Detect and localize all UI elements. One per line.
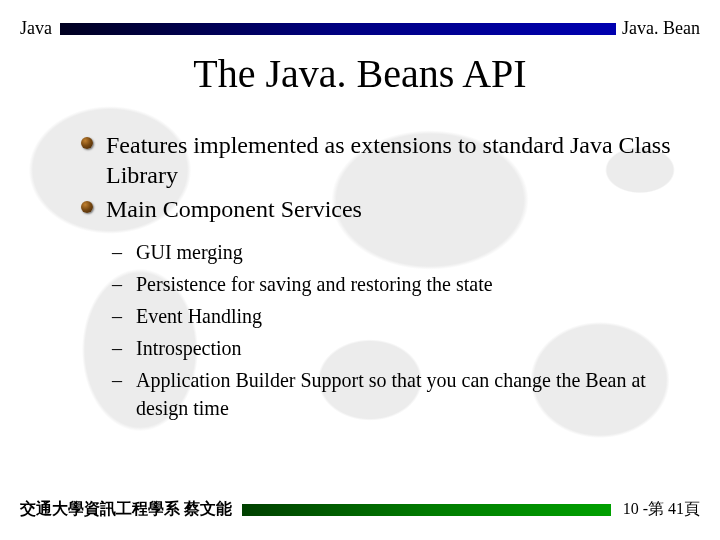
sub-list-item: – Persistence for saving and restoring t… xyxy=(112,270,680,298)
list-item-text: Features implemented as extensions to st… xyxy=(106,132,671,188)
slide-title: The Java. Beans API xyxy=(0,50,720,97)
footer-left-label: 交通大學資訊工程學系 蔡文能 xyxy=(20,499,242,520)
list-item: Main Component Services xyxy=(80,194,680,224)
bullet-icon xyxy=(80,200,94,214)
bullet-icon xyxy=(80,136,94,150)
dash-icon: – xyxy=(112,238,122,266)
dash-icon: – xyxy=(112,366,122,394)
dash-icon: – xyxy=(112,302,122,330)
footer-bar xyxy=(242,504,611,516)
content-area: Features implemented as extensions to st… xyxy=(80,130,680,426)
sub-list-item: – Event Handling xyxy=(112,302,680,330)
footer-page-number: 10 -第 41頁 xyxy=(611,499,700,520)
list-item-text: Main Component Services xyxy=(106,196,362,222)
sub-list-item: – GUI merging xyxy=(112,238,680,266)
header-bar xyxy=(60,23,616,35)
sub-list-item-text: Event Handling xyxy=(136,305,262,327)
list-item: Features implemented as extensions to st… xyxy=(80,130,680,190)
sub-list-item: – Application Builder Support so that yo… xyxy=(112,366,680,422)
sub-list-item-text: GUI merging xyxy=(136,241,243,263)
sub-list-item-text: Persistence for saving and restoring the… xyxy=(136,273,493,295)
dash-icon: – xyxy=(112,270,122,298)
slide: Java Java. Bean The Java. Beans API Feat… xyxy=(0,0,720,540)
header-right-label: Java. Bean xyxy=(622,18,700,39)
sub-list-item-text: Introspection xyxy=(136,337,242,359)
header: Java Java. Bean xyxy=(20,18,700,39)
sub-list: – GUI merging – Persistence for saving a… xyxy=(112,238,680,422)
footer: 交通大學資訊工程學系 蔡文能 10 -第 41頁 xyxy=(20,499,700,520)
dash-icon: – xyxy=(112,334,122,362)
sub-list-item: – Introspection xyxy=(112,334,680,362)
sub-list-item-text: Application Builder Support so that you … xyxy=(136,369,646,419)
header-left-label: Java xyxy=(20,18,52,39)
